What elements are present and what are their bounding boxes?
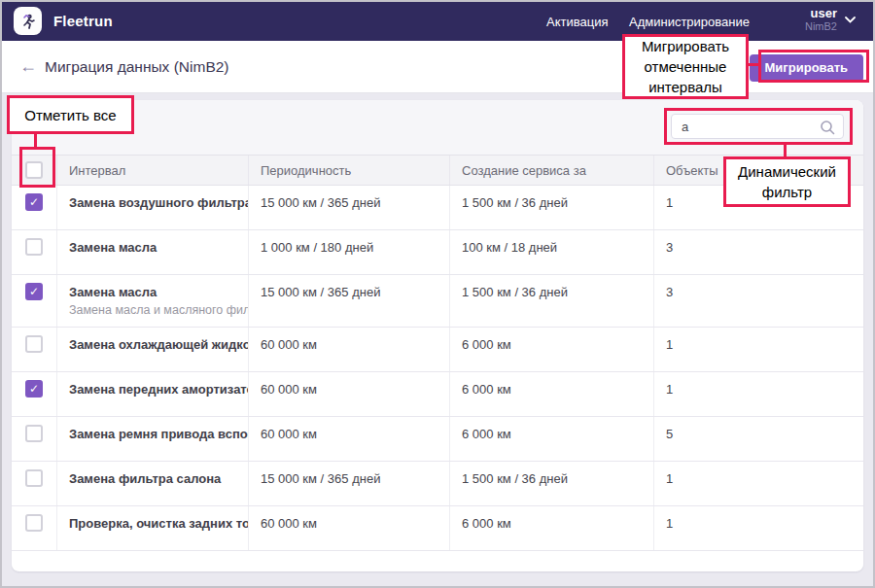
row-checkbox[interactable] <box>25 335 43 353</box>
interval-name: Замена воздушного фильтра <box>69 195 236 211</box>
service-creation-value: 6 000 км <box>449 372 653 416</box>
interval-name: Проверка, очистка задних торм… <box>69 516 236 532</box>
user-name: user <box>805 6 837 20</box>
service-creation-value: 100 км / 18 дней <box>449 230 653 274</box>
objects-count: 3 <box>653 230 863 274</box>
periodicity-value: 15 000 км / 365 дней <box>248 275 449 327</box>
annotation-filter-note: Динамический фильтр <box>723 156 851 207</box>
table-row: Замена масла Замена масла и масляного фи… <box>12 275 863 328</box>
nav-item-activation[interactable]: Активация <box>546 15 608 29</box>
interval-subtitle: Замена масла и масляного филь… <box>69 302 236 318</box>
service-creation-value: 6 000 км <box>449 417 653 461</box>
annotation-migrate-note: Мигрировать отмеченные интервалы <box>622 34 749 99</box>
interval-name: Замена ремня привода вспомог… <box>69 427 236 442</box>
interval-name: Замена передних амортизаторов <box>69 382 236 398</box>
row-checkbox[interactable] <box>25 283 43 300</box>
periodicity-value: 60 000 км <box>248 417 449 461</box>
back-button[interactable]: ← <box>19 56 37 76</box>
periodicity-value: 60 000 км <box>248 328 449 371</box>
row-checkbox[interactable] <box>25 193 43 211</box>
row-checkbox[interactable] <box>25 514 43 532</box>
row-checkbox[interactable] <box>25 238 43 256</box>
column-header-service: Создание сервиса за <box>449 156 653 185</box>
periodicity-value: 1 000 км / 180 дней <box>248 230 449 274</box>
brand-logo[interactable]: Fleetrun <box>14 7 113 35</box>
interval-name: Замена масла <box>69 285 236 300</box>
table-row: Замена фильтра салона 15 000 км / 365 дн… <box>12 462 863 506</box>
periodicity-value: 60 000 км <box>248 372 449 416</box>
column-header-interval: Интервал <box>56 156 248 185</box>
objects-count: 5 <box>653 417 863 461</box>
annotation-highlight-search <box>664 108 853 145</box>
fleetrun-runner-icon <box>14 7 42 35</box>
objects-count: 1 <box>653 372 863 416</box>
interval-name: Замена фильтра салона <box>69 471 236 487</box>
row-checkbox[interactable] <box>25 469 43 487</box>
interval-name: Замена масла <box>69 240 236 256</box>
row-checkbox[interactable] <box>25 425 43 442</box>
objects-count: 1 <box>653 462 863 505</box>
service-creation-value: 1 500 км / 36 дней <box>449 462 653 505</box>
annotation-highlight-select-all <box>19 147 55 188</box>
column-header-periodicity: Периодичность <box>248 156 449 185</box>
user-account: NimB2 <box>805 20 837 33</box>
periodicity-value: 15 000 км / 365 дней <box>248 186 449 229</box>
objects-count: 1 <box>653 328 863 371</box>
table-row: Замена охлаждающей жидкости 60 000 км 6 … <box>12 328 863 372</box>
page-title: Миграция данных (NimB2) <box>45 58 229 76</box>
table-body: Замена воздушного фильтра 15 000 км / 36… <box>12 186 863 551</box>
service-creation-value: 6 000 км <box>449 506 653 550</box>
table-row: Проверка, очистка задних торм… 60 000 км… <box>12 506 863 551</box>
table-row: Замена передних амортизаторов 60 000 км … <box>12 372 863 417</box>
table-row: Замена масла 1 000 км / 180 дней 100 км … <box>12 230 863 275</box>
objects-count: 1 <box>653 506 863 550</box>
service-creation-value: 1 500 км / 36 дней <box>449 275 653 327</box>
app-window: Fleetrun Активация Администрирование use… <box>0 0 875 588</box>
interval-name: Замена охлаждающей жидкости <box>69 337 236 353</box>
periodicity-value: 15 000 км / 365 дней <box>248 462 449 505</box>
nav-item-administration[interactable]: Администрирование <box>629 15 750 29</box>
service-creation-value: 6 000 км <box>449 328 653 371</box>
table-row: Замена ремня привода вспомог… 60 000 км … <box>12 417 863 462</box>
periodicity-value: 60 000 км <box>248 506 449 550</box>
row-checkbox[interactable] <box>25 380 43 398</box>
chevron-down-icon <box>845 17 856 23</box>
annotation-select-all-note: Отметить все <box>7 95 134 134</box>
service-creation-value: 1 500 км / 36 дней <box>449 186 653 229</box>
objects-count: 3 <box>653 275 863 327</box>
table-footer <box>12 551 863 571</box>
brand-name: Fleetrun <box>53 13 113 29</box>
user-menu[interactable]: user NimB2 <box>805 6 856 33</box>
annotation-highlight-migrate-button <box>758 50 869 83</box>
